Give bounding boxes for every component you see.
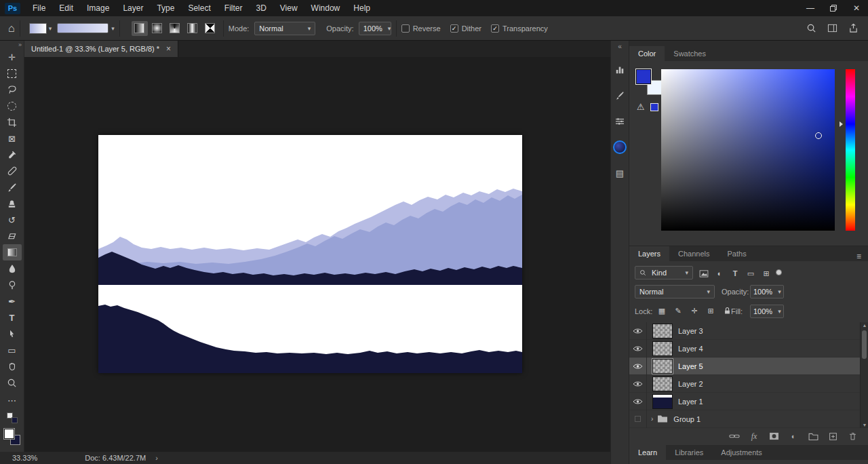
canvas[interactable] <box>98 135 522 373</box>
layer-row-group1[interactable]: › Group 1 <box>629 410 860 428</box>
default-colors-icon[interactable] <box>7 412 18 423</box>
tab-adjustments[interactable]: Adjustments <box>712 445 771 460</box>
share-icon[interactable] <box>848 23 859 33</box>
lock-transparency-icon[interactable]: ▦ <box>656 305 667 316</box>
layer-mask-icon[interactable] <box>768 430 780 442</box>
fill-dropdown[interactable]: 100% ▾ <box>750 305 784 318</box>
visibility-toggle[interactable] <box>629 375 647 393</box>
type-tool[interactable]: T <box>3 309 22 326</box>
toolbar-expand-icon[interactable]: » <box>18 41 22 49</box>
visibility-toggle[interactable] <box>629 393 647 410</box>
move-tool[interactable]: ✛ <box>3 49 22 65</box>
gamut-closest-color-swatch[interactable] <box>650 103 658 111</box>
radial-gradient-button[interactable] <box>149 21 165 36</box>
scrollbar-thumb[interactable] <box>862 330 867 359</box>
menu-item-window[interactable]: Window <box>304 0 347 16</box>
visibility-toggle[interactable] <box>629 357 647 375</box>
type-layer-filter-icon[interactable]: T <box>730 268 741 279</box>
tab-paths[interactable]: Paths <box>719 246 755 261</box>
eyedropper-tool[interactable] <box>3 147 22 163</box>
document-tab[interactable]: Untitled-1 @ 33.3% (Layer 5, RGB/8) * × <box>24 41 178 57</box>
minimize-button[interactable]: — <box>799 0 822 16</box>
menu-item-layer[interactable]: Layer <box>116 0 150 16</box>
layer-thumbnail[interactable] <box>652 376 673 391</box>
blur-tool[interactable] <box>3 260 22 277</box>
linear-gradient-button[interactable] <box>132 21 148 36</box>
layer-thumbnail[interactable] <box>652 359 673 374</box>
layers-opacity-dropdown[interactable]: 100% ▾ <box>750 285 784 298</box>
menu-item-help[interactable]: Help <box>347 0 377 16</box>
tab-libraries[interactable]: Libraries <box>666 445 712 460</box>
tool-preset-picker[interactable]: ▾ <box>29 23 52 34</box>
path-selection-tool[interactable] <box>3 326 22 342</box>
layer-row-layer1[interactable]: Layer 1 <box>629 393 860 410</box>
rectangle-tool[interactable]: ▭ <box>3 342 22 358</box>
lock-pixels-icon[interactable]: ✎ <box>673 305 684 316</box>
foreground-color-swatch[interactable] <box>4 429 14 439</box>
properties-panel-icon[interactable]: ▤ <box>612 166 627 180</box>
brush-tool[interactable] <box>3 179 22 195</box>
rectangular-marquee-tool[interactable] <box>3 65 22 81</box>
layer-thumbnail[interactable] <box>652 394 673 409</box>
spot-healing-brush-tool[interactable] <box>3 163 22 179</box>
angle-gradient-button[interactable] <box>167 21 183 36</box>
visibility-toggle[interactable] <box>629 322 647 340</box>
workspace-switcher-icon[interactable] <box>827 23 837 33</box>
edit-toolbar-button[interactable]: ⋯ <box>3 392 22 408</box>
reflected-gradient-button[interactable] <box>184 21 201 36</box>
gamut-warning-icon[interactable]: ⚠ <box>637 102 645 112</box>
hue-slider[interactable] <box>846 69 855 231</box>
diamond-gradient-button[interactable] <box>202 21 218 36</box>
adjustment-layer-filter-icon[interactable]: ◐ <box>714 268 725 279</box>
dodge-tool[interactable] <box>3 277 22 293</box>
gradient-editor-bar[interactable] <box>57 23 108 33</box>
filter-kind-dropdown[interactable]: Kind ▾ <box>635 266 693 279</box>
layer-row-layer3[interactable]: Layer 3 <box>629 322 860 340</box>
histogram-panel-icon[interactable] <box>612 62 627 77</box>
history-brush-tool[interactable]: ↺ <box>3 212 22 228</box>
foreground-color-swatch[interactable] <box>636 69 651 84</box>
pixel-layer-filter-icon[interactable] <box>698 268 709 279</box>
restore-button[interactable] <box>822 0 845 16</box>
scroll-down-icon[interactable]: ▼ <box>861 423 868 427</box>
active-panel-indicator-icon[interactable] <box>612 140 627 155</box>
layer-filter-toggle[interactable] <box>776 269 782 275</box>
close-button[interactable]: ✕ <box>845 0 868 16</box>
layer-row-layer5[interactable]: Layer 5 <box>629 357 860 375</box>
new-layer-icon[interactable] <box>827 430 839 442</box>
menu-item-type[interactable]: Type <box>150 0 181 16</box>
color-picker-ring[interactable] <box>815 132 822 139</box>
tab-color[interactable]: Color <box>629 46 665 61</box>
layer-thumbnail[interactable] <box>652 324 673 339</box>
layer-thumbnail[interactable] <box>652 341 673 356</box>
visibility-toggle[interactable] <box>629 340 647 357</box>
layer-row-layer2[interactable]: Layer 2 <box>629 375 860 393</box>
smart-object-filter-icon[interactable]: ⊞ <box>761 268 772 279</box>
menu-item-file[interactable]: File <box>26 0 52 16</box>
brush-settings-panel-icon[interactable] <box>612 88 627 103</box>
layers-scrollbar[interactable]: ▲ ▼ <box>860 322 868 428</box>
search-icon[interactable] <box>806 23 816 33</box>
tab-layers[interactable]: Layers <box>629 246 669 261</box>
dither-checkbox[interactable]: ✓ <box>450 24 458 33</box>
color-field[interactable] <box>661 69 835 231</box>
tab-learn[interactable]: Learn <box>629 445 666 460</box>
menu-item-view[interactable]: View <box>273 0 304 16</box>
clone-stamp-tool[interactable] <box>3 195 22 212</box>
chevron-down-icon[interactable]: ▾ <box>111 25 115 32</box>
layer-styles-icon[interactable]: fx <box>748 430 760 442</box>
link-layers-icon[interactable] <box>728 430 741 442</box>
pen-tool[interactable]: ✒ <box>3 293 22 309</box>
transparency-checkbox[interactable]: ✓ <box>491 24 499 33</box>
reverse-checkbox[interactable] <box>401 24 410 33</box>
delete-layer-icon[interactable] <box>846 430 859 442</box>
tab-channels[interactable]: Channels <box>669 246 718 261</box>
panel-menu-icon[interactable]: ≡ <box>856 252 868 261</box>
status-options-icon[interactable]: › <box>155 454 158 462</box>
menu-item-filter[interactable]: Filter <box>218 0 250 16</box>
group-disclosure-icon[interactable]: › <box>651 415 653 423</box>
hand-tool[interactable] <box>3 358 22 374</box>
menu-item-edit[interactable]: Edit <box>52 0 80 16</box>
adjustment-layer-icon[interactable]: ◐ <box>787 430 800 442</box>
lock-position-icon[interactable]: ✛ <box>689 305 700 316</box>
